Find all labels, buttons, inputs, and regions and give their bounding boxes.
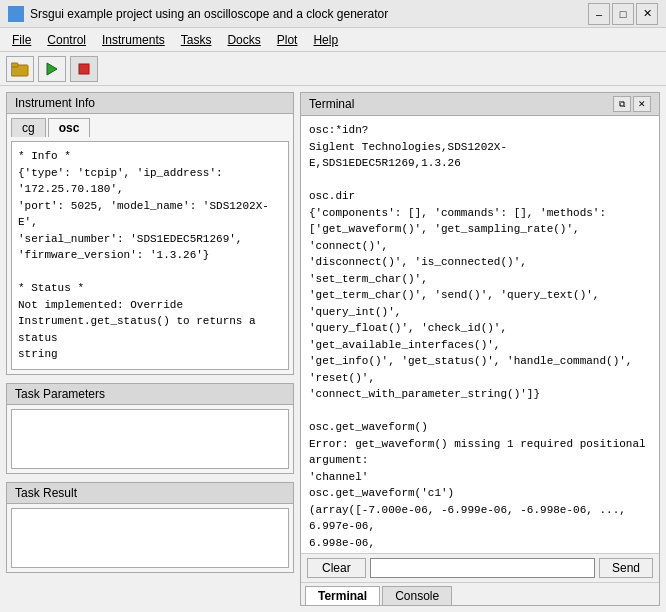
instrument-info-content: * Info * {'type': 'tcpip', 'ip_address':… xyxy=(11,141,289,370)
terminal-close-button[interactable]: ✕ xyxy=(633,96,651,112)
svg-rect-3 xyxy=(79,64,89,74)
instrument-info-panel: Instrument Info cg osc * Info * {'type':… xyxy=(6,92,294,375)
open-folder-button[interactable] xyxy=(6,56,34,82)
terminal-bottom-tabs: Terminal Console xyxy=(301,582,659,605)
task-result-content xyxy=(11,508,289,568)
terminal-window-controls: ⧉ ✕ xyxy=(613,96,651,112)
task-parameters-title: Task Parameters xyxy=(7,384,293,405)
terminal-input-bar: Clear Send xyxy=(301,553,659,582)
svg-rect-1 xyxy=(11,63,18,67)
menu-help[interactable]: Help xyxy=(305,31,346,49)
toolbar xyxy=(0,52,666,86)
window-controls: – □ ✕ xyxy=(588,3,658,25)
menu-file[interactable]: File xyxy=(4,31,39,49)
tab-terminal[interactable]: Terminal xyxy=(305,586,380,605)
run-icon xyxy=(44,61,60,77)
terminal-input[interactable] xyxy=(370,558,595,578)
menu-instruments[interactable]: Instruments xyxy=(94,31,173,49)
folder-icon xyxy=(11,61,29,77)
menu-control[interactable]: Control xyxy=(39,31,94,49)
task-result-panel: Task Result xyxy=(6,482,294,573)
task-result-title: Task Result xyxy=(7,483,293,504)
terminal-restore-button[interactable]: ⧉ xyxy=(613,96,631,112)
stop-icon xyxy=(76,61,92,77)
terminal-title-bar: Terminal ⧉ ✕ xyxy=(301,93,659,116)
app-icon xyxy=(8,6,24,22)
menu-docks[interactable]: Docks xyxy=(219,31,268,49)
instrument-info-title: Instrument Info xyxy=(7,93,293,114)
close-button[interactable]: ✕ xyxy=(636,3,658,25)
minimize-button[interactable]: – xyxy=(588,3,610,25)
window-title: Srsgui example project using an oscillos… xyxy=(30,7,388,21)
task-parameters-content xyxy=(11,409,289,469)
tab-osc[interactable]: osc xyxy=(48,118,91,137)
menu-bar: File Control Instruments Tasks Docks Plo… xyxy=(0,28,666,52)
svg-marker-2 xyxy=(47,63,57,75)
menu-tasks[interactable]: Tasks xyxy=(173,31,220,49)
terminal-title: Terminal xyxy=(309,97,354,111)
run-button[interactable] xyxy=(38,56,66,82)
task-parameters-panel: Task Parameters xyxy=(6,383,294,474)
send-button[interactable]: Send xyxy=(599,558,653,578)
stop-button[interactable] xyxy=(70,56,98,82)
main-content: Instrument Info cg osc * Info * {'type':… xyxy=(0,86,666,612)
tab-cg[interactable]: cg xyxy=(11,118,46,137)
terminal-output: osc:*idn? Siglent Technologies,SDS1202X-… xyxy=(301,116,659,553)
tab-console[interactable]: Console xyxy=(382,586,452,605)
maximize-button[interactable]: □ xyxy=(612,3,634,25)
title-bar: Srsgui example project using an oscillos… xyxy=(0,0,666,28)
clear-button[interactable]: Clear xyxy=(307,558,366,578)
instrument-tabs: cg osc xyxy=(7,114,293,137)
left-panel: Instrument Info cg osc * Info * {'type':… xyxy=(0,86,300,612)
terminal-panel: Terminal ⧉ ✕ osc:*idn? Siglent Technolog… xyxy=(300,92,660,606)
menu-plot[interactable]: Plot xyxy=(269,31,306,49)
